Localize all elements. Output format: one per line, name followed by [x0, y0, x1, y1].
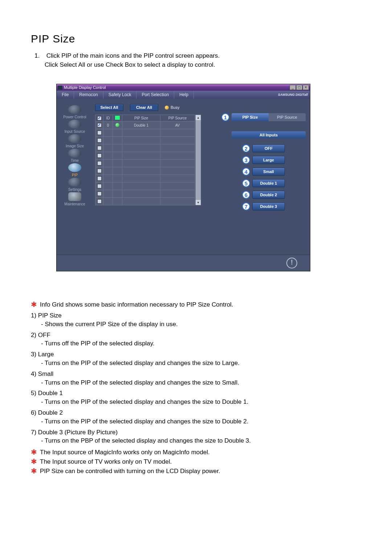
- sidebar-item-pip[interactable]: PIP: [68, 163, 81, 177]
- intro-number: 1.: [34, 52, 45, 61]
- clear-all-button[interactable]: Clear All: [130, 104, 158, 111]
- brand-label: SAMSUNG DIGITall: [278, 93, 310, 97]
- window-close-button[interactable]: ×: [303, 85, 309, 90]
- time-icon: [68, 149, 81, 157]
- option-small-button[interactable]: Small: [252, 168, 285, 176]
- scroll-track[interactable]: [196, 120, 201, 200]
- menu-file[interactable]: File: [57, 91, 74, 99]
- status-header-icon: [115, 116, 120, 120]
- table-row[interactable]: 0 Double 1 AV: [95, 122, 195, 129]
- menu-help[interactable]: Help: [174, 91, 194, 99]
- input-icon: [68, 120, 81, 128]
- tab-pip-source[interactable]: PIP Source: [269, 113, 306, 121]
- menu-port-selection[interactable]: Port Selection: [136, 91, 174, 99]
- table-row[interactable]: [95, 182, 195, 190]
- desc-7-title: Double 3 (Picture By Picture): [38, 429, 118, 436]
- option-large-button[interactable]: Large: [252, 156, 285, 164]
- status-bar: [57, 255, 310, 271]
- sidebar-item-settings[interactable]: Settings: [68, 178, 81, 192]
- settings-icon: [68, 178, 81, 186]
- option-double2-button[interactable]: Double 2: [252, 191, 285, 199]
- row-checkbox[interactable]: [97, 131, 102, 135]
- window-restore-button[interactable]: □: [296, 85, 302, 90]
- table-row[interactable]: [95, 198, 195, 205]
- row-checkbox[interactable]: [97, 169, 102, 173]
- row-checkbox[interactable]: [97, 153, 102, 158]
- sidebar-item-image-size[interactable]: Image Size: [66, 134, 84, 148]
- app-title: Multiple Display Control: [64, 85, 290, 90]
- desc-3-num: 3): [31, 351, 36, 358]
- table-row[interactable]: [95, 137, 195, 144]
- callout-7: 7: [242, 202, 250, 210]
- callout-5: 5: [242, 179, 250, 187]
- sidebar-item-power-control[interactable]: Power Control: [63, 105, 86, 119]
- row-checkbox[interactable]: [97, 123, 102, 127]
- window-minimize-button[interactable]: _: [290, 85, 296, 90]
- sidebar-label-image-size: Image Size: [66, 144, 84, 148]
- app-workspace: Power Control Input Source Image Size Ti…: [57, 99, 310, 255]
- star-icon: ✱: [31, 301, 37, 308]
- row-checkbox[interactable]: [97, 146, 102, 150]
- table-row[interactable]: [95, 152, 195, 160]
- table-row[interactable]: [95, 175, 195, 182]
- star-icon: ✱: [31, 467, 37, 475]
- table-row[interactable]: [95, 167, 195, 175]
- center-panel: Select All Clear All Busy ID: [93, 99, 230, 255]
- option-double3-button[interactable]: Double 3: [252, 202, 285, 210]
- row-checkbox[interactable]: [97, 184, 102, 188]
- scroll-up-arrow[interactable]: ▲: [196, 115, 201, 120]
- tab-row: PIP Size PIP Source: [232, 113, 306, 121]
- app-titlebar: Multiple Display Control _ □ ×: [57, 84, 310, 91]
- busy-indicator: Busy: [165, 105, 179, 110]
- maintenance-icon: [68, 192, 81, 201]
- notes: ✱The Input source of MagicInfo works onl…: [31, 448, 361, 475]
- description-list: 1) PIP Size - Shows the current PIP Size…: [31, 311, 361, 445]
- grid-scrollbar[interactable]: ▲ ▼: [195, 115, 201, 205]
- row-source: AV: [160, 122, 195, 129]
- row-checkbox[interactable]: [97, 199, 102, 204]
- check-all-icon[interactable]: [97, 116, 102, 120]
- sidebar-label-power: Power Control: [63, 115, 86, 119]
- sidebar-label-pip: PIP: [72, 173, 78, 177]
- desc-6-num: 6): [31, 409, 36, 416]
- desc-2-num: 2): [31, 332, 36, 338]
- table-row[interactable]: [95, 190, 195, 198]
- menu-remocon[interactable]: Remocon: [74, 91, 103, 99]
- intro-line-2: Click Select All or use Check Box to sel…: [45, 61, 215, 68]
- table-row[interactable]: [95, 144, 195, 152]
- option-off-button[interactable]: OFF: [252, 144, 285, 152]
- menu-safety-lock[interactable]: Safety Lock: [103, 91, 137, 99]
- star-icon: ✱: [31, 458, 37, 465]
- sidebar-item-input-source[interactable]: Input Source: [65, 120, 85, 134]
- callout-6: 6: [242, 191, 250, 199]
- desc-7-num: 7): [31, 429, 36, 436]
- desc-1-sub: - Shows the current PIP Size of the disp…: [31, 320, 361, 329]
- row-checkbox[interactable]: [97, 138, 102, 143]
- tab-pip-size[interactable]: PIP Size: [232, 113, 269, 121]
- sidebar-item-maintenance[interactable]: Maintenance: [64, 192, 85, 206]
- table-row[interactable]: [95, 129, 195, 137]
- app-window: Multiple Display Control _ □ × File Remo…: [56, 84, 310, 271]
- desc-1-num: 1): [31, 312, 36, 319]
- option-double1-button[interactable]: Double 1: [252, 179, 285, 187]
- note-3: PIP Size can be controlled with turning …: [40, 467, 220, 476]
- info-grid: ID PIP Size PIP Source 0 Doub: [95, 115, 195, 205]
- all-inputs-heading: All Inputs: [232, 131, 306, 139]
- desc-6-sub: - Turns on the PIP of the selected displ…: [31, 417, 361, 426]
- desc-5-sub: - Turns on the PIP of the selected displ…: [31, 398, 361, 406]
- row-checkbox[interactable]: [97, 176, 102, 181]
- row-checkbox[interactable]: [97, 161, 102, 165]
- table-row[interactable]: [95, 160, 195, 167]
- sidebar-item-time[interactable]: Time: [68, 149, 81, 163]
- desc-5-num: 5): [31, 390, 36, 397]
- select-all-button[interactable]: Select All: [95, 104, 123, 111]
- grid-header-check[interactable]: [95, 115, 103, 122]
- scroll-down-arrow[interactable]: ▼: [196, 200, 201, 205]
- desc-4-num: 4): [31, 370, 36, 377]
- power-icon: [68, 105, 81, 114]
- option-list: 2OFF 3Large 4Small 5Double 1 6Double 2 7…: [232, 144, 306, 210]
- row-size: Double 1: [122, 122, 160, 129]
- page-heading: PIP Size: [31, 33, 361, 45]
- row-checkbox[interactable]: [97, 192, 102, 196]
- desc-2-title: OFF: [38, 332, 50, 338]
